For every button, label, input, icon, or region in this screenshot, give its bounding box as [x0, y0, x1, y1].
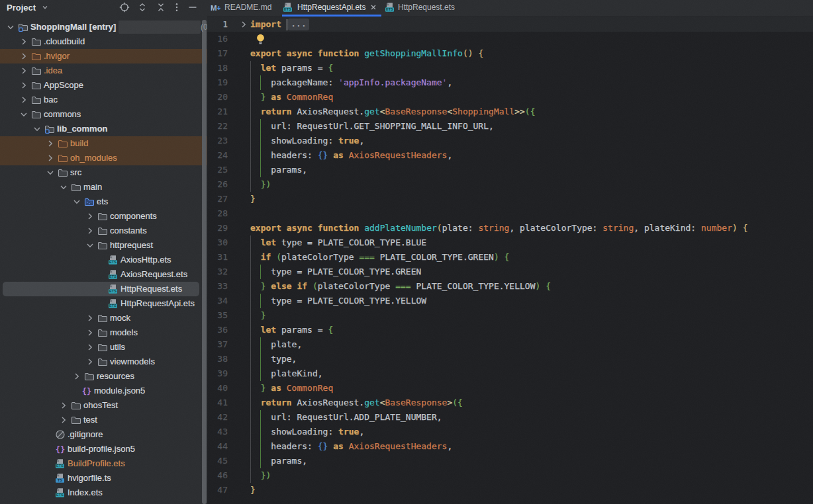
project-panel-header: Project — [0, 0, 207, 17]
tree-chevron-down-icon[interactable] — [45, 167, 56, 178]
code-line-20: } as CommonReq — [250, 90, 333, 105]
tree-chevron-down-icon[interactable] — [5, 22, 16, 32]
line-number: 17 — [207, 46, 228, 61]
tree-item-models[interactable]: models — [0, 325, 207, 340]
svg-text:M: M — [211, 4, 217, 12]
tree-chevron-down-icon[interactable] — [19, 109, 29, 120]
tree-item-ets[interactable]: ets — [0, 194, 207, 209]
hide-panel-icon[interactable] — [187, 2, 198, 13]
code-line-23: showLoading: true, — [250, 134, 364, 148]
fold-expand-icon[interactable] — [238, 19, 248, 34]
tree-item-lib-common[interactable]: lib_common — [0, 122, 207, 136]
tree-item--gitignore[interactable]: .gitignore — [0, 427, 207, 442]
tree-chevron-down-icon[interactable] — [32, 124, 42, 134]
tree-item-label: HttpRequest.ets — [120, 282, 182, 296]
tree-item-test[interactable]: test — [0, 413, 207, 427]
tree-item-hvigorfile-ts[interactable]: TShvigorfile.ts — [0, 471, 207, 485]
tree-chevron-down-icon[interactable] — [72, 196, 82, 207]
svg-text:TS: TS — [58, 478, 63, 482]
project-tree-scrollbar[interactable] — [202, 20, 207, 504]
tree-item-oh-modules[interactable]: oh_modules — [0, 151, 207, 165]
tree-chevron-right-icon[interactable] — [58, 415, 69, 425]
tree-chevron-right-icon[interactable] — [19, 95, 29, 105]
tree-chevron-right-icon[interactable] — [45, 153, 56, 163]
tree-item-build[interactable]: build — [0, 136, 207, 151]
folder-icon — [97, 211, 108, 222]
tree-item-index-ets[interactable]: ETSIndex.ets — [0, 485, 207, 500]
expand-all-icon[interactable] — [137, 2, 148, 13]
line-number: 38 — [207, 352, 228, 366]
tree-item-httprequest-ets[interactable]: ETSHttpRequest.ets — [0, 282, 207, 296]
collapse-all-icon[interactable] — [156, 2, 166, 13]
tree-chevron-right-icon[interactable] — [85, 342, 95, 353]
tree-item-httprequestapi-ets[interactable]: ETSHttpRequestApi.ets — [0, 296, 207, 311]
tree-item-buildprofile-ets[interactable]: ETSBuildProfile.ets — [0, 456, 207, 471]
more-options-icon[interactable] — [171, 2, 182, 13]
tree-chevron-right-icon[interactable] — [85, 226, 95, 236]
line-number: 40 — [207, 381, 228, 396]
editor-tab-httprequest-ets[interactable]: ETSHttpRequest.ets — [381, 0, 463, 17]
tree-item--hvigor[interactable]: .hvigor — [0, 49, 207, 63]
tree-chevron-right-icon[interactable] — [72, 371, 82, 382]
svg-text:ETS: ETS — [386, 7, 393, 11]
tree-item-label: .hvigor — [44, 49, 70, 63]
line-number: 39 — [207, 366, 228, 381]
project-tool-window: Project ShoppingMall [entry].cloudbuild.… — [0, 0, 207, 504]
folder-icon — [31, 36, 42, 47]
code-line-30: let type = PLATE_COLOR_TYPE.BLUE — [250, 235, 426, 250]
tree-chevron-right-icon[interactable] — [45, 138, 56, 149]
tree-item-httprequest[interactable]: httprequest — [0, 238, 207, 253]
tree-item-label: resources — [97, 369, 134, 384]
project-panel-title[interactable]: Project — [7, 0, 36, 16]
tree-chevron-right-icon[interactable] — [85, 313, 95, 323]
tree-item-bac[interactable]: bac — [0, 93, 207, 107]
tree-item-resources[interactable]: resources — [0, 369, 207, 384]
tree-item-build-profile-json5[interactable]: {}build-profile.json5 — [0, 442, 207, 456]
tree-item-main[interactable]: main — [0, 180, 207, 194]
tree-chevron-right-icon[interactable] — [58, 400, 69, 411]
tree-item--idea[interactable]: .idea — [0, 63, 207, 78]
tree-item-constants[interactable]: constants — [0, 224, 207, 238]
tree-item-mock[interactable]: mock — [0, 311, 207, 325]
folder-icon — [31, 109, 42, 120]
tree-item-src[interactable]: src — [0, 165, 207, 180]
code-line-40: } as CommonReq — [250, 381, 333, 396]
tree-chevron-right-icon[interactable] — [85, 211, 95, 222]
tab-close-icon[interactable] — [369, 3, 377, 11]
line-number: 32 — [207, 265, 228, 279]
tree-chevron-right-icon[interactable] — [19, 51, 29, 62]
project-dropdown-chevron-icon[interactable] — [40, 3, 50, 15]
tree-item-appscope[interactable]: AppScope — [0, 78, 207, 93]
tree-item--cloudbuild[interactable]: .cloudbuild — [0, 34, 207, 49]
tree-item-label: module.json5 — [94, 384, 145, 398]
tree-item-label: ohosTest — [83, 398, 118, 413]
editor-tab-httprequestapi-ets[interactable]: ETSHttpRequestApi.ets — [277, 0, 381, 17]
code-editor[interactable]: 1...import 1617export async function get… — [207, 17, 813, 504]
intention-lightbulb-icon[interactable] — [256, 34, 265, 47]
tree-chevron-down-icon[interactable] — [58, 182, 69, 192]
tree-item-viewmodels[interactable]: viewmodels — [0, 355, 207, 369]
tree-chevron-right-icon[interactable] — [19, 80, 29, 91]
code-line-35: } — [250, 308, 265, 323]
tree-chevron-right-icon[interactable] — [19, 65, 29, 76]
tree-item-ohostest[interactable]: ohosTest — [0, 398, 207, 413]
tree-item-utils[interactable]: utils — [0, 340, 207, 355]
folder-icon — [97, 313, 108, 323]
code-line-47: } — [250, 483, 256, 497]
folder-icon — [58, 167, 68, 178]
tree-item-axiosrequest-ets[interactable]: ETSAxiosRequest.ets — [0, 267, 207, 282]
tree-chevron-right-icon[interactable] — [19, 36, 29, 47]
tree-item-label: Index.ets — [68, 485, 103, 500]
code-line-36: let params = { — [250, 323, 333, 337]
tree-item-axioshttp-ets[interactable]: ETSAxiosHttp.ets — [0, 253, 207, 267]
tree-item-label: oh_modules — [70, 151, 117, 165]
editor-tab-readme-md[interactable]: MREADME.md — [207, 0, 277, 17]
tree-chevron-right-icon[interactable] — [85, 327, 95, 338]
tree-item-components[interactable]: components — [0, 209, 207, 224]
tree-item-commons[interactable]: commons — [0, 107, 207, 122]
locate-file-icon[interactable] — [119, 2, 130, 13]
tree-chevron-right-icon[interactable] — [85, 357, 95, 367]
folded-region[interactable]: ... — [288, 19, 309, 30]
tree-item-module-json5[interactable]: {}module.json5 — [0, 384, 207, 398]
tree-chevron-down-icon[interactable] — [85, 240, 95, 251]
